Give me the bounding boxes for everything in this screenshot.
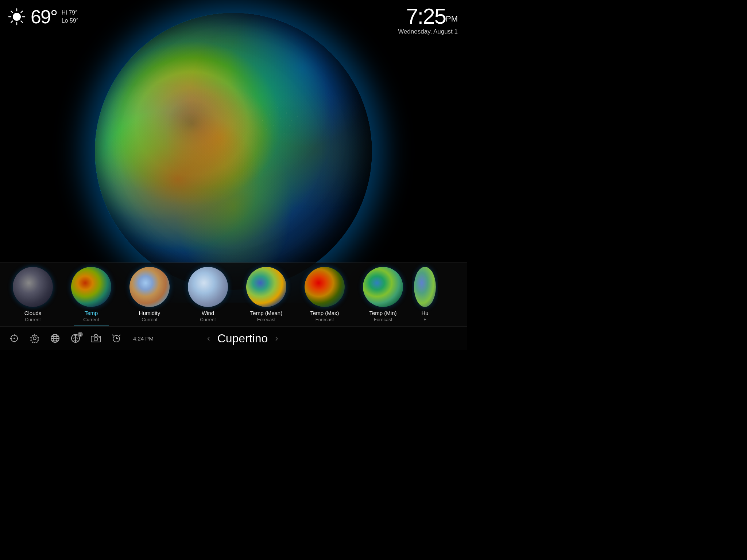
svg-line-7 <box>21 11 23 12</box>
city-name: Cupertino <box>217 332 268 345</box>
layer-selector[interactable]: Clouds Current Temp Current Humidity Cur… <box>0 262 467 326</box>
time-display-container: 7:25PM Wednesday, August 1 <box>398 5 458 35</box>
svg-point-9 <box>270 114 271 116</box>
svg-point-13 <box>291 120 292 121</box>
svg-point-20 <box>284 133 285 133</box>
svg-point-27 <box>33 337 36 340</box>
layer-clouds-label: Clouds <box>24 310 42 316</box>
layer-globe-temp-max <box>305 267 345 307</box>
layer-temp-min-sublabel: Forecast <box>374 317 392 322</box>
city-next-arrow[interactable]: › <box>275 333 278 343</box>
layer-humidity[interactable]: Humidity Current <box>120 263 179 326</box>
layer-globe-temp <box>71 267 111 307</box>
main-globe[interactable] <box>95 13 372 290</box>
svg-point-36 <box>94 337 98 341</box>
layer-temp-max-label: Temp (Max) <box>310 310 339 316</box>
camera-icon[interactable] <box>91 333 101 343</box>
layer-globe-humidity-forecast <box>414 267 436 307</box>
layer-temp-min[interactable]: Temp (Min) Forecast <box>354 263 412 326</box>
layer-temp-sublabel: Current <box>83 317 99 322</box>
sun-icon <box>7 7 26 26</box>
layer-temp[interactable]: Temp Current <box>62 263 120 326</box>
svg-point-16 <box>277 107 278 108</box>
svg-point-14 <box>266 129 267 130</box>
layer-globe-wind <box>188 267 228 307</box>
temperature-main: 69° <box>31 7 57 26</box>
svg-point-17 <box>259 116 259 117</box>
layer-temp-mean[interactable]: Temp (Mean) Forecast <box>237 263 295 326</box>
toolbar-center: ‹ Cupertino › <box>168 332 317 345</box>
svg-point-12 <box>286 113 287 114</box>
layer-humidity-forecast[interactable]: Hu F <box>412 263 438 326</box>
layer-clouds[interactable]: Clouds Current <box>4 263 62 326</box>
layer-wind-label: Wind <box>202 310 214 316</box>
city-prev-arrow[interactable]: ‹ <box>207 333 210 343</box>
layer-temp-max[interactable]: Temp (Max) Forecast <box>295 263 354 326</box>
weather-info: 69° Hi 79° Lo 59° <box>7 7 78 26</box>
layer-temp-mean-label: Temp (Mean) <box>250 310 282 316</box>
alarm-icon[interactable] <box>111 333 121 343</box>
settings-icon[interactable] <box>30 333 40 343</box>
svg-point-19 <box>297 116 298 117</box>
globe-icon[interactable] <box>50 333 60 343</box>
layer-clouds-sublabel: Current <box>25 317 40 322</box>
layer-wind[interactable]: Wind Current <box>179 263 237 326</box>
svg-point-15 <box>262 120 263 121</box>
temp-hilo: Hi 79° Lo 59° <box>62 9 78 25</box>
svg-line-41 <box>112 335 113 336</box>
layer-globe-clouds <box>13 267 53 307</box>
layer-humidity-label: Humidity <box>139 310 160 316</box>
svg-line-5 <box>11 11 12 12</box>
toolbar-left: 3 4:24 PM <box>0 333 168 343</box>
svg-point-37 <box>99 337 100 338</box>
layer-temp-mean-sublabel: Forecast <box>257 317 276 322</box>
layer-humidity-sublabel: Current <box>142 317 157 322</box>
svg-point-10 <box>280 118 281 119</box>
toolbar-alarm-time: 4:24 PM <box>133 335 154 342</box>
location-icon[interactable] <box>9 333 19 343</box>
layer-hf-sublabel: F <box>423 317 426 322</box>
layer-globe-humidity <box>129 267 170 307</box>
time-value: 7:25PM <box>398 5 458 27</box>
svg-line-8 <box>11 21 12 23</box>
globe-container[interactable] <box>0 0 467 303</box>
layer-hf-label: Hu <box>421 310 428 316</box>
layer-wind-sublabel: Current <box>200 317 216 322</box>
layers-icon[interactable]: 3 <box>70 333 81 343</box>
svg-point-0 <box>13 13 21 21</box>
layer-temp-max-sublabel: Forecast <box>316 317 334 322</box>
svg-line-6 <box>21 21 23 23</box>
svg-line-42 <box>119 335 120 336</box>
layer-globe-temp-min <box>363 267 403 307</box>
layer-globe-temp-mean <box>246 267 286 307</box>
layer-temp-label: Temp <box>85 310 98 316</box>
svg-point-18 <box>290 125 291 127</box>
toolbar: 3 4:24 PM ‹ Cupertino › <box>0 326 467 350</box>
layer-temp-min-label: Temp (Min) <box>369 310 396 316</box>
svg-point-11 <box>273 125 274 126</box>
svg-point-22 <box>13 338 15 339</box>
date-display: Wednesday, August 1 <box>398 28 458 35</box>
